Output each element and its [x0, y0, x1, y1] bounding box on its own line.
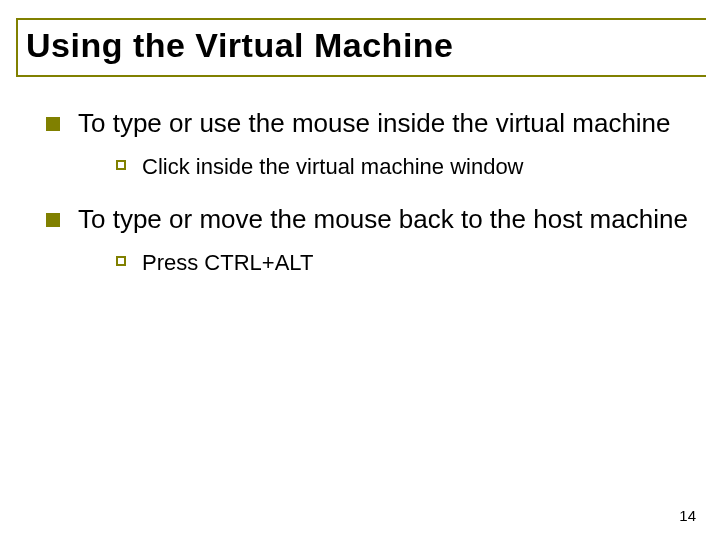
sub-list: Click inside the virtual machine window [46, 153, 696, 182]
sub-bullet-icon [116, 160, 126, 170]
sub-item: Click inside the virtual machine window [116, 153, 696, 182]
page-number: 14 [679, 507, 696, 524]
bullet-icon [46, 213, 60, 227]
sub-text: Press CTRL+ALT [142, 249, 313, 278]
bullet-icon [46, 117, 60, 131]
sub-list: Press CTRL+ALT [46, 249, 696, 278]
slide-title: Using the Virtual Machine [26, 26, 706, 65]
sub-bullet-icon [116, 256, 126, 266]
title-container: Using the Virtual Machine [16, 18, 706, 77]
bullet-text: To type or move the mouse back to the ho… [78, 203, 688, 237]
sub-item: Press CTRL+ALT [116, 249, 696, 278]
sub-text: Click inside the virtual machine window [142, 153, 524, 182]
bullet-text: To type or use the mouse inside the virt… [78, 107, 671, 141]
content-area: To type or use the mouse inside the virt… [16, 107, 696, 278]
slide: Using the Virtual Machine To type or use… [0, 0, 720, 540]
bullet-item: To type or move the mouse back to the ho… [46, 203, 696, 237]
bullet-item: To type or use the mouse inside the virt… [46, 107, 696, 141]
